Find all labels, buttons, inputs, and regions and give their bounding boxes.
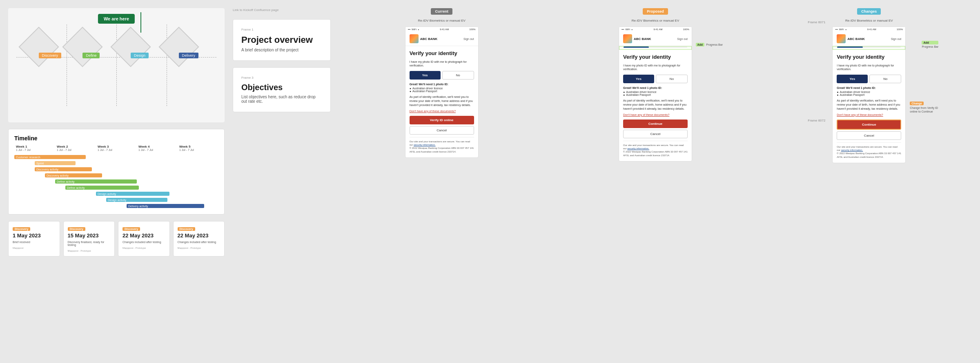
missing-docs-link-changes[interactable]: Don't have any of these documents? <box>837 113 901 116</box>
change-annotation-area: Change Change from Verify ID online to C… <box>910 102 942 113</box>
status-bar-changes: ▪▪▪ WiFi ⬥ 9:41 AM 100% <box>833 27 905 32</box>
mobile-header: ABC BANK Sign out <box>405 32 478 46</box>
no-button[interactable]: No <box>442 71 474 80</box>
id-verify-text-proposed: As part of identity verification, we'll … <box>623 99 688 111</box>
project-desc: A brief description of the project <box>241 48 322 52</box>
diamond-delivery: Delivery <box>165 33 193 55</box>
project-card: Frame 1 Project overview A brief descrip… <box>233 19 331 61</box>
status-badge-2: Discovery <box>122 227 140 231</box>
change-desc: Change from Verify ID online to Continue <box>910 106 942 113</box>
current-mobile-screen: ▪▪▪ WiFi ⬥ 9:41 AM 100% ABC BANK Sign ou… <box>405 27 479 158</box>
security-note-proposed: Our site and your transactions are secur… <box>623 141 688 157</box>
bullet-icon: ● <box>623 93 625 96</box>
battery-label: ⬥ <box>845 28 847 31</box>
changes-badge: Changes <box>857 8 881 15</box>
security-link-changes[interactable]: security information. <box>841 149 863 151</box>
week-3: Week 3 1 Jul - 7 Jul <box>96 145 137 151</box>
gantt-row: Discovery activity <box>14 167 218 172</box>
project-frame-label: Frame 1 <box>241 28 322 31</box>
add-label-changes: Add <box>922 41 938 44</box>
verify-heading: Verify your identity <box>410 50 474 57</box>
wifi-icon: WiFi <box>412 28 416 31</box>
status-badge-3: Discovery <box>178 227 195 231</box>
status-card-3: Discovery 22 May 2023 Changes included a… <box>173 221 225 257</box>
timeline-weeks: Week 1 1 Jul - 7 Jul Week 2 1 Jul - 7 Ju… <box>14 145 218 151</box>
objectives-card: Frame 3 Objectives List objectives here,… <box>233 67 331 112</box>
sign-out-link[interactable]: Sign out <box>891 38 902 40</box>
id-verify-text-changes: As part of identity verification, we'll … <box>837 99 901 111</box>
time-display: 9:41 AM <box>653 28 662 31</box>
status-badge-1: Discovery <box>68 227 85 231</box>
diamond-define: Define <box>68 33 97 55</box>
battery-label: ⬥ <box>418 28 419 31</box>
gantt-row: Define activity <box>14 185 218 190</box>
time-display: 9:41 AM <box>440 28 449 31</box>
gantt-row: Delivery activity <box>14 204 218 208</box>
no-button-changes[interactable]: No <box>869 75 901 83</box>
confluence-link-text[interactable]: Link to Kickoff Confluence page <box>233 8 331 12</box>
gantt-bar-sprint: Sprint <box>35 161 76 165</box>
timeline-title: Timeline <box>14 135 218 142</box>
status-card-0: Discovery 1 May 2023 Brief received Mapp… <box>8 221 60 257</box>
cancel-button-proposed[interactable]: Cancel <box>623 130 688 138</box>
proposed-screen-title: Re-IDV Biometrics or manual EV <box>632 19 679 22</box>
missing-docs-link-proposed[interactable]: Don't have any of these documents? <box>623 113 688 116</box>
bullet-icon: ● <box>410 90 411 93</box>
bank-logo-icon <box>623 34 632 43</box>
signal-icon: ▪▪▪ <box>835 28 837 31</box>
proposed-mobile-screen: ▪▪▪ WiFi ⬥ 9:41 AM 100% ABC BANK Sign ou… <box>619 27 692 162</box>
missing-docs-link[interactable]: Don't have any of these documents? <box>410 110 474 113</box>
middle-section: Link to Kickoff Confluence page Frame 1 … <box>233 8 331 112</box>
id-info: Great! We'll need 1 photo ID: ● Australi… <box>410 83 474 93</box>
change-label: Change <box>910 102 924 105</box>
objectives-desc: List objectives here, such as reduce dro… <box>241 95 322 104</box>
objectives-frame-label: Frame 3 <box>241 76 322 80</box>
status-desc-0: Brief received <box>13 241 56 243</box>
security-note-changes: Our site and your transactions are secur… <box>837 142 901 159</box>
yes-no-row-changes: Yes No <box>837 75 901 83</box>
verify-heading-changes: Verify your identity <box>837 54 901 60</box>
status-card-1: Discovery 15 May 2023 Discovery finalise… <box>63 221 115 257</box>
week-2: Week 2 1 Jul - 7 Jul <box>55 145 96 151</box>
proposed-badge: Proposed <box>643 8 668 15</box>
sign-out-link[interactable]: Sign out <box>463 38 474 40</box>
security-link-proposed[interactable]: security information. <box>627 147 649 150</box>
progress-bar-area-changes <box>833 46 905 50</box>
continue-button[interactable]: Continue <box>623 120 688 128</box>
signal-icon: ▪▪▪ <box>621 28 624 31</box>
cancel-button-changes[interactable]: Cancel <box>837 131 901 140</box>
yes-button[interactable]: Yes <box>410 71 441 80</box>
yes-button-changes[interactable]: Yes <box>837 75 868 83</box>
bullet-icon: ● <box>410 87 411 90</box>
mobile-content-changes: Verify your identity I have my photo ID … <box>833 50 905 163</box>
cancel-button[interactable]: Cancel <box>410 126 474 135</box>
wifi-icon: WiFi <box>839 28 844 31</box>
current-column: Current Re-IDV Biometrics or manual EV ▪… <box>339 8 544 163</box>
gantt-row: Customer research <box>14 155 218 159</box>
design-label: Design <box>131 53 149 58</box>
progress-bar-track-changes <box>837 46 901 48</box>
continue-button-changes[interactable]: Continue <box>837 120 901 130</box>
bank-name: ABC BANK <box>634 37 651 41</box>
bullet-icon: ● <box>623 91 625 93</box>
id-item-passport-changes: ● Australian Passport <box>837 93 901 96</box>
changes-mobile-screen: ▪▪▪ WiFi ⬥ 9:41 AM 100% ABC BANK Sign ou… <box>832 27 906 163</box>
no-button-proposed[interactable]: No <box>656 75 688 83</box>
status-date-3: 22 May 2023 <box>178 232 220 239</box>
sign-out-link[interactable]: Sign out <box>677 38 688 40</box>
add-label: Add <box>696 43 705 46</box>
current-screen-title: Re-IDV Biometrics or manual EV <box>418 19 465 22</box>
security-link[interactable]: security information. <box>414 144 436 146</box>
yes-button-proposed[interactable]: Yes <box>623 75 654 83</box>
bank-logo: ABC BANK <box>410 34 438 43</box>
gantt-bar-discovery-2: Discovery activity <box>45 173 102 177</box>
gantt-row: Define activity <box>14 179 218 184</box>
battery-display: 100% <box>683 28 689 31</box>
project-title: Project overview <box>241 35 322 45</box>
verify-id-button[interactable]: Verify ID online <box>410 116 474 124</box>
id-item-passport: ● Australian Passport <box>410 90 474 93</box>
id-needed-title-proposed: Great! We'll need 1 photo ID: <box>623 86 688 89</box>
we-are-here-button[interactable]: We are here <box>98 14 135 24</box>
wifi-icon: WiFi <box>625 28 630 31</box>
objectives-title: Objectives <box>241 83 322 92</box>
